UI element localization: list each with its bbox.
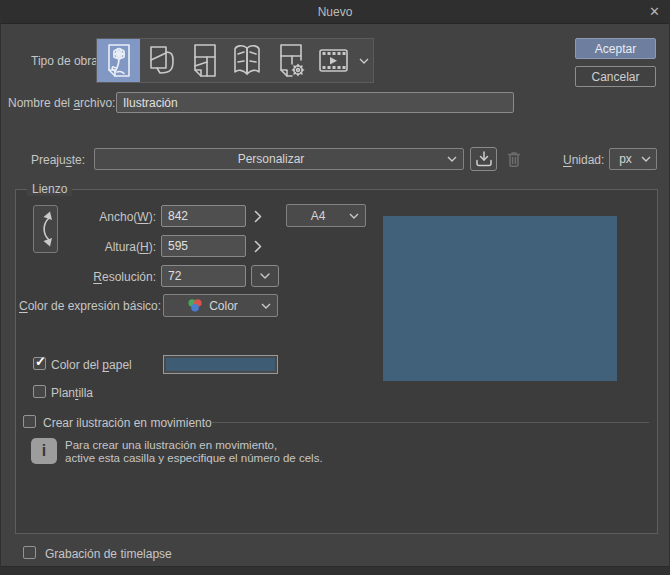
preset-label: Preajuste: xyxy=(31,153,85,167)
expression-color-value: Color xyxy=(209,299,238,313)
animation-icon xyxy=(316,42,351,79)
unit-label: Unidad: xyxy=(563,153,604,167)
preset-select[interactable]: Personalizar xyxy=(94,148,464,170)
resolution-dropdown-button[interactable] xyxy=(251,265,279,287)
work-type-animation[interactable] xyxy=(312,39,355,82)
canvas-preview xyxy=(383,216,617,381)
width-label: Ancho(W): xyxy=(56,210,156,224)
timelapse-checkbox[interactable] xyxy=(23,546,36,559)
checkmark: ✓ xyxy=(35,355,46,368)
template-label: Plantilla xyxy=(51,386,93,400)
resolution-label: Resolución: xyxy=(56,270,156,284)
resolution-input[interactable] xyxy=(161,265,246,287)
dialog-title: Nuevo xyxy=(1,1,669,23)
chevron-right-icon xyxy=(254,240,262,253)
chevron-down-icon xyxy=(261,303,271,309)
comic-settings-icon xyxy=(274,42,307,79)
illustration-icon xyxy=(102,42,135,79)
swap-width-height-icon xyxy=(38,209,53,249)
comic-page-icon xyxy=(188,42,221,79)
height-label: Altura(H): xyxy=(56,240,156,254)
paper-size-select[interactable]: A4 xyxy=(286,204,366,227)
paper-color-checkbox[interactable]: ✓ xyxy=(33,357,46,370)
accept-button[interactable]: Aceptar xyxy=(575,38,656,59)
paper-color-swatch[interactable] xyxy=(163,355,278,374)
work-type-comic[interactable] xyxy=(140,39,183,82)
paper-size-value: A4 xyxy=(287,209,349,223)
spread-comic-icon xyxy=(230,42,265,79)
expression-color-select[interactable]: Color xyxy=(163,294,278,317)
cancel-button[interactable]: Cancelar xyxy=(575,66,656,87)
canvas-group-label: Lienzo xyxy=(27,182,72,196)
work-type-spread-comic[interactable] xyxy=(226,39,269,82)
unit-value: px xyxy=(610,152,641,166)
file-name-label: Nombre del archivo: xyxy=(8,96,115,110)
chevron-down-icon xyxy=(260,273,270,279)
paper-color-fill xyxy=(166,358,275,371)
swap-orientation-button[interactable] xyxy=(33,205,58,253)
trash-icon xyxy=(507,151,521,168)
width-input[interactable] xyxy=(161,205,246,227)
height-input[interactable] xyxy=(161,235,246,257)
save-preset-icon xyxy=(475,151,493,167)
comic-icon xyxy=(145,42,178,79)
chevron-down-icon xyxy=(359,58,369,64)
timelapse-label: Grabación de timelapse xyxy=(45,547,172,561)
titlebar: Nuevo ✕ xyxy=(1,1,669,24)
work-type-more-button[interactable] xyxy=(355,58,372,64)
work-type-toolbar xyxy=(96,38,374,83)
moving-illustration-separator xyxy=(211,422,649,423)
paper-color-label: Color del papel xyxy=(51,358,132,372)
save-preset-button[interactable] xyxy=(470,147,497,171)
chevron-down-icon xyxy=(641,156,651,162)
preset-value: Personalizar xyxy=(95,152,447,166)
template-checkbox[interactable] xyxy=(33,385,46,398)
new-file-dialog: Nuevo ✕ Tipo de obra: xyxy=(0,0,670,575)
height-expand-button[interactable] xyxy=(252,240,264,253)
work-type-comic-settings[interactable] xyxy=(269,39,312,82)
moving-illustration-label: Crear ilustración en movimiento xyxy=(43,416,212,430)
unit-select[interactable]: px xyxy=(609,148,657,170)
chevron-down-icon xyxy=(447,156,457,162)
file-name-input[interactable] xyxy=(116,92,514,113)
info-line-1: Para crear una ilustración en movimiento… xyxy=(65,439,277,451)
work-type-illustration[interactable] xyxy=(97,39,140,82)
moving-illustration-checkbox[interactable] xyxy=(23,415,36,428)
delete-preset-button[interactable] xyxy=(504,149,524,170)
work-type-label: Tipo de obra: xyxy=(31,54,101,68)
info-line-2: active esta casilla y especifique el núm… xyxy=(65,452,323,464)
chevron-right-icon xyxy=(254,210,262,223)
close-button[interactable]: ✕ xyxy=(649,1,660,23)
chevron-down-icon xyxy=(349,213,359,219)
work-type-comic-page[interactable] xyxy=(183,39,226,82)
width-expand-button[interactable] xyxy=(252,210,264,223)
rgb-color-icon xyxy=(187,298,203,313)
dialog-bottom-edge xyxy=(1,566,669,574)
expression-color-label: Color de expresión básico: xyxy=(19,299,159,313)
info-icon: i xyxy=(31,438,57,464)
